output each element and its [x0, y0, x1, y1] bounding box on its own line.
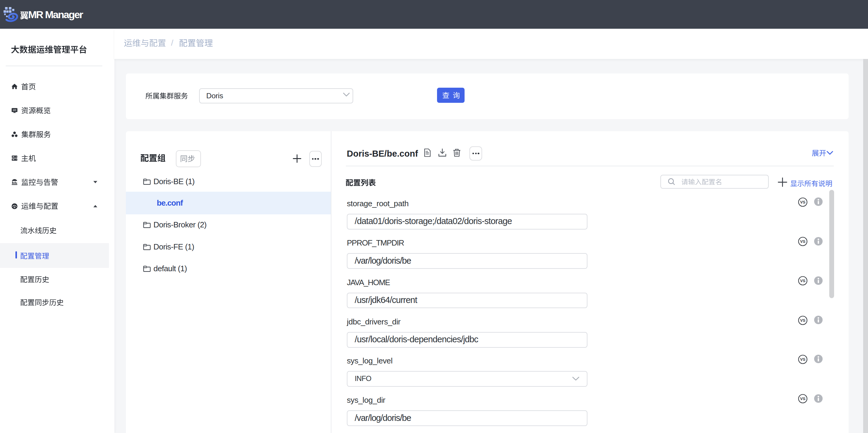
svg-text:VS: VS [800, 357, 805, 362]
svg-text:VS: VS [800, 239, 805, 244]
svg-text:VS: VS [800, 278, 805, 283]
svg-text:VS: VS [800, 396, 805, 401]
svg-text:VS: VS [800, 318, 805, 323]
svg-text:VS: VS [800, 200, 805, 204]
